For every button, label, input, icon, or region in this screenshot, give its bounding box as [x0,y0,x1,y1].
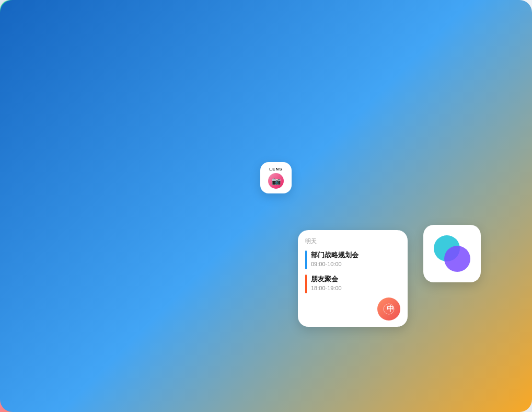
circle-logo-widget [423,225,481,282]
lens-floating-widget[interactable]: LENS 📷 [260,162,292,193]
schedule-add-button[interactable]: 中 [377,297,400,321]
circle-purple [444,246,470,272]
schedule-tomorrow-label: 明天 [305,237,400,245]
lens-label: LENS [269,167,282,171]
event-2-title: 朋友聚会 [311,274,342,284]
event-1-time: 09:00-10:00 [311,261,358,267]
event-2-time: 18:00-19:00 [311,285,342,291]
event-2-bar [305,274,307,293]
event-1-title: 部门战略规划会 [311,250,358,260]
schedule-event-2: 朋友聚会 18:00-19:00 [305,274,400,293]
svg-text:中: 中 [387,304,394,313]
schedule-widget: 明天 部门战略规划会 09:00-10:00 朋友聚会 18:00-19:00 … [298,230,408,327]
lens-camera-icon: 📷 [268,173,284,189]
event-1-bar [305,250,307,269]
schedule-event-1: 部门战略规划会 09:00-10:00 [305,250,400,269]
